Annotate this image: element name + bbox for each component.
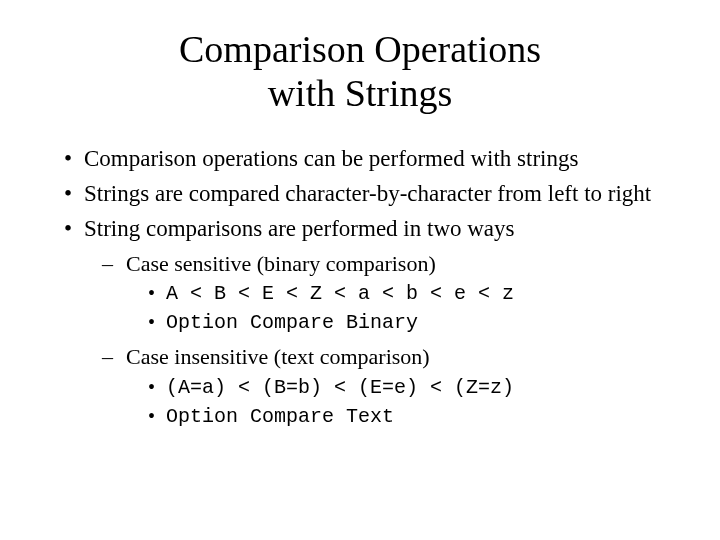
slide: Comparison Operations with Strings Compa… [0,0,720,540]
slide-title: Comparison Operations with Strings [48,28,672,115]
bullet-item: Comparison operations can be performed w… [70,143,672,174]
code-bullet-item: A < B < E < Z < a < b < e < z [154,280,672,307]
title-line-1: Comparison Operations [179,28,541,70]
sub-bullet-text: Case sensitive (binary comparison) [126,251,436,276]
bullet-text: Strings are compared character-by-charac… [84,181,651,206]
sub-bullet-list: Case sensitive (binary comparison) A < B… [84,249,672,430]
sub-bullet-text: Case insensitive (text comparison) [126,344,430,369]
title-line-2: with Strings [268,72,453,114]
bullet-text: Comparison operations can be performed w… [84,146,578,171]
sub-bullet-item: Case sensitive (binary comparison) A < B… [112,249,672,337]
code-bullet-item: Option Compare Binary [154,309,672,336]
code-bullet-list: A < B < E < Z < a < b < e < z Option Com… [126,280,672,336]
code-bullet-item: Option Compare Text [154,403,672,430]
bullet-item: Strings are compared character-by-charac… [70,178,672,209]
bullet-list: Comparison operations can be performed w… [48,143,672,430]
bullet-text: String comparisons are performed in two … [84,216,515,241]
code-bullet-item: (A=a) < (B=b) < (E=e) < (Z=z) [154,374,672,401]
sub-bullet-item: Case insensitive (text comparison) (A=a)… [112,342,672,430]
code-bullet-list: (A=a) < (B=b) < (E=e) < (Z=z) Option Com… [126,374,672,430]
bullet-item: String comparisons are performed in two … [70,213,672,429]
